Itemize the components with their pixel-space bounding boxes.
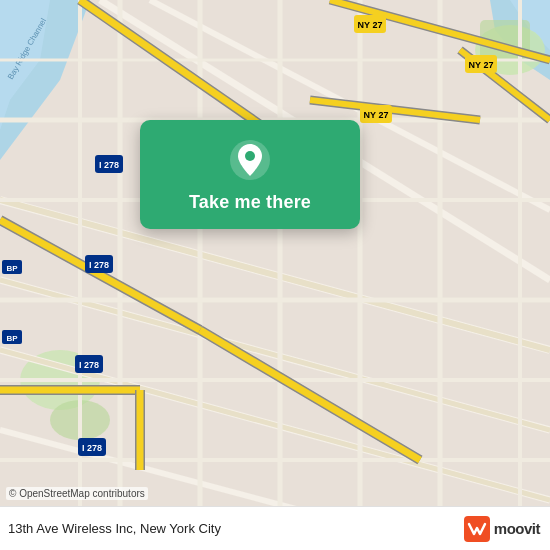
svg-text:NY 27: NY 27: [358, 20, 383, 30]
moovit-wordmark: moovit: [494, 520, 540, 537]
take-me-there-button[interactable]: Take me there: [189, 192, 311, 213]
svg-text:NY 27: NY 27: [469, 60, 494, 70]
location-pin-icon: [228, 138, 272, 182]
svg-text:I 278: I 278: [82, 443, 102, 453]
svg-text:I 278: I 278: [99, 160, 119, 170]
osm-attribution: © OpenStreetMap contributors: [6, 487, 148, 500]
location-label: 13th Ave Wireless Inc, New York City: [8, 521, 221, 536]
bottom-bar: 13th Ave Wireless Inc, New York City moo…: [0, 506, 550, 550]
svg-text:BP: BP: [6, 334, 18, 343]
svg-text:I 278: I 278: [79, 360, 99, 370]
moovit-brand-icon: [464, 516, 490, 542]
svg-point-67: [245, 151, 255, 161]
moovit-logo: moovit: [464, 516, 540, 542]
svg-text:I 278: I 278: [89, 260, 109, 270]
svg-text:BP: BP: [6, 264, 18, 273]
popup-card: Take me there: [140, 120, 360, 229]
svg-text:NY 27: NY 27: [364, 110, 389, 120]
map-background: Bay Ridge Channel: [0, 0, 550, 550]
map-container: Bay Ridge Channel: [0, 0, 550, 550]
